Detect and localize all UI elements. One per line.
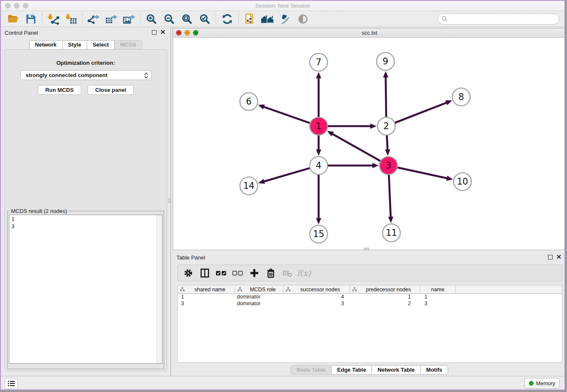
table-cell: 4: [284, 294, 350, 301]
toolbar-separator: [82, 13, 83, 25]
graph-node-1[interactable]: 1: [310, 117, 328, 135]
table-tab-node-table[interactable]: Node Table: [291, 365, 332, 375]
tab-style[interactable]: Style: [63, 40, 87, 50]
horizontal-splitter-handle[interactable]: [364, 248, 369, 251]
save-session-icon[interactable]: [22, 12, 40, 26]
table-tab-motifs[interactable]: Motifs: [421, 365, 448, 375]
graph-node-10[interactable]: 10: [454, 173, 471, 190]
table-settings-icon[interactable]: [182, 267, 195, 279]
table-row[interactable]: 3dominator323: [178, 301, 562, 307]
export-image-icon[interactable]: [120, 12, 138, 26]
graph-node-7[interactable]: 7: [310, 53, 328, 71]
hide-labels-icon[interactable]: [276, 12, 294, 26]
close-panel-button[interactable]: Close panel: [88, 85, 134, 95]
table-tab-edge-table[interactable]: Edge Table: [332, 365, 372, 375]
search-box[interactable]: [438, 14, 559, 25]
close-panel-icon[interactable]: ✕: [160, 29, 165, 36]
optimization-criterion-label: Optimization criterion:: [5, 60, 167, 66]
zoom-out-icon[interactable]: [160, 12, 178, 26]
graph-edge-3-11[interactable]: [388, 175, 393, 223]
mcds-result-list[interactable]: 1 3: [9, 215, 162, 364]
table-tab-network-table[interactable]: Network Table: [372, 365, 421, 375]
zoom-selected-icon[interactable]: [196, 12, 214, 26]
refresh-view-icon[interactable]: [218, 12, 236, 26]
zoom-in-icon[interactable]: [143, 12, 160, 26]
delete-table-icon: [281, 267, 294, 279]
search-input[interactable]: [448, 15, 559, 22]
tab-mcds[interactable]: MCDS: [115, 40, 142, 50]
graph-edge-1-4[interactable]: [316, 135, 321, 156]
home-icon[interactable]: [259, 12, 276, 26]
table-cell: 3: [420, 301, 456, 307]
column-header-name[interactable]: name: [420, 285, 456, 293]
graph-edge-1-2[interactable]: [328, 124, 377, 129]
table-panel-title: Table Panel: [176, 254, 205, 261]
float-table-panel-icon[interactable]: [548, 255, 553, 259]
deselect-all-checkboxes-icon[interactable]: [231, 267, 244, 279]
run-mcds-button[interactable]: Run MCDS: [38, 85, 81, 95]
graph-edge-1-6[interactable]: [258, 105, 310, 123]
graph-edge-2-9[interactable]: [383, 71, 388, 117]
create-network-view-icon[interactable]: [241, 12, 259, 26]
tab-network[interactable]: Network: [29, 40, 63, 50]
add-row-icon[interactable]: [248, 267, 261, 279]
splitter-handle[interactable]: [168, 198, 171, 203]
graph-node-3[interactable]: 3: [380, 157, 397, 174]
svg-text:10: 10: [457, 177, 468, 187]
graph-edge-4-15[interactable]: [316, 175, 321, 224]
column-header-successor-nodes[interactable]: successor nodes: [284, 285, 350, 293]
graph-node-4[interactable]: 4: [310, 157, 328, 174]
optimization-criterion-select[interactable]: strongly connected component: [20, 70, 151, 80]
column-header-predecessor-nodes[interactable]: predecessor nodes: [350, 285, 420, 293]
column-header-mcds-role[interactable]: MCDS role: [235, 285, 284, 293]
table-cell: dominator: [235, 294, 284, 301]
graph-node-14[interactable]: 14: [240, 177, 258, 195]
column-header-shared-name[interactable]: shared name: [178, 285, 235, 293]
table-header-row: shared nameMCDS rolesuccessor nodesprede…: [178, 285, 562, 294]
table-panel: Table Panel ✕: [173, 252, 565, 376]
graph-edge-4-3[interactable]: [328, 163, 379, 168]
table-panel-header: Table Panel ✕: [173, 252, 565, 263]
graph-node-6[interactable]: 6: [240, 93, 258, 110]
svg-text:1: 1: [316, 121, 321, 131]
open-session-icon[interactable]: [4, 12, 22, 26]
import-table-from-file-icon[interactable]: [62, 12, 80, 26]
graph-node-15[interactable]: 15: [310, 225, 328, 243]
table-cell: 1: [420, 294, 456, 301]
graph-edge-2-8[interactable]: [395, 100, 452, 123]
float-panel-icon[interactable]: [152, 30, 157, 35]
network-view-window: × − + scc.txt 1234678910111415: [173, 28, 565, 250]
zoom-fit-content-icon[interactable]: [178, 12, 196, 26]
graph-edge-3-10[interactable]: [397, 168, 453, 181]
graph-node-9[interactable]: 9: [377, 52, 394, 70]
graph-node-2[interactable]: 2: [377, 117, 395, 135]
close-table-panel-icon[interactable]: ✕: [556, 254, 561, 260]
search-icon: [441, 16, 448, 22]
import-network-from-file-icon[interactable]: [44, 12, 62, 26]
graph-edge-1-7[interactable]: [316, 72, 321, 117]
delete-row-icon[interactable]: [264, 267, 277, 279]
memory-button[interactable]: Memory: [524, 378, 560, 389]
table-cell: 2: [350, 301, 420, 307]
table-row[interactable]: 1dominator411: [178, 294, 562, 301]
network-canvas[interactable]: 1234678910111415: [173, 38, 565, 250]
export-network-icon[interactable]: [85, 12, 102, 26]
control-panel: Control Panel ✕ NetworkStyleSelectMCDS O…: [1, 27, 171, 376]
graph-edge-3-1[interactable]: [327, 131, 380, 161]
graph-node-11[interactable]: 11: [383, 224, 400, 242]
table-cell: dominator: [235, 301, 284, 307]
table-cell: 1: [178, 294, 235, 301]
mcds-panel: Optimization criterion: strongly connect…: [4, 49, 167, 371]
workspace: × − + scc.txt 1234678910111415 Table Pan…: [173, 27, 565, 376]
graph-edge-4-14[interactable]: [258, 168, 310, 184]
control-panel-header: Control Panel ✕: [1, 27, 171, 38]
graph-edge-2-3[interactable]: [385, 135, 390, 156]
tab-select[interactable]: Select: [87, 40, 115, 50]
export-table-icon[interactable]: [102, 12, 120, 26]
graph-node-8[interactable]: 8: [452, 88, 470, 106]
select-all-checkboxes-icon[interactable]: [215, 267, 228, 279]
show-columns-icon[interactable]: [198, 267, 211, 279]
svg-text:8: 8: [458, 92, 464, 102]
result-scrollbar[interactable]: [157, 215, 162, 363]
task-history-button[interactable]: [5, 378, 18, 389]
